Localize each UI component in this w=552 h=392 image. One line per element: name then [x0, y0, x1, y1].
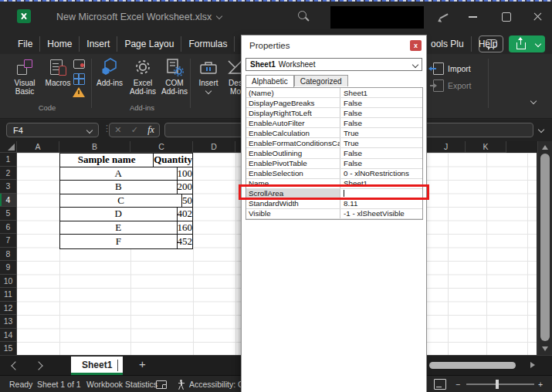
maximize-button[interactable] — [489, 0, 523, 34]
ribbon-tab[interactable]: Home — [39, 36, 79, 52]
row-header[interactable]: 13 — [0, 315, 17, 329]
quantity-cell[interactable]: 160 — [178, 221, 193, 235]
property-value[interactable]: False — [340, 118, 422, 127]
quantity-cell[interactable]: 50 — [182, 194, 192, 208]
quantity-cell[interactable]: 100 — [178, 167, 193, 181]
relative-references-button[interactable] — [73, 72, 88, 86]
property-value[interactable]: False — [340, 98, 422, 107]
property-row[interactable]: EnableAutoFilter False — [246, 118, 422, 128]
row-header[interactable]: 5 — [0, 207, 17, 221]
ribbon-tab[interactable]: ools Plu — [424, 36, 471, 52]
column-header[interactable]: D — [193, 141, 235, 153]
scroll-up-icon[interactable] — [542, 145, 548, 150]
property-row[interactable]: StandardWidth 8.11 — [246, 199, 422, 209]
ribbon-tab[interactable]: Page Layou — [117, 36, 181, 52]
sample-name-cell[interactable]: E — [60, 221, 178, 235]
property-row[interactable]: DisplayPageBreaks False — [246, 98, 422, 108]
insert-function-icon[interactable]: fx — [147, 124, 154, 136]
scroll-down-icon[interactable] — [542, 346, 548, 351]
collapse-ribbon-icon[interactable] — [530, 98, 537, 104]
export-button[interactable]: Export — [431, 79, 471, 92]
ribbon-tab[interactable]: Formulas — [181, 36, 234, 52]
macros-button[interactable]: Macros — [43, 57, 73, 87]
minimize-button[interactable] — [455, 0, 489, 34]
sample-name-cell[interactable]: B — [60, 181, 178, 194]
row-header[interactable]: 10 — [0, 275, 17, 289]
quantity-cell[interactable]: 402 — [178, 208, 193, 221]
import-button[interactable]: Import — [431, 62, 471, 75]
name-box[interactable]: F4 — [6, 123, 99, 137]
sheet-tab-active[interactable]: Sheet1 — [71, 357, 123, 375]
record-macro-button[interactable] — [73, 58, 88, 72]
display-settings-button[interactable] — [156, 376, 167, 392]
row-header[interactable]: 4 — [0, 194, 17, 208]
row-header[interactable]: 2 — [0, 167, 17, 181]
next-sheet-icon[interactable] — [34, 361, 42, 370]
property-value[interactable]: True — [340, 138, 422, 147]
enter-icon[interactable]: ✓ — [131, 125, 138, 135]
column-header[interactable]: B — [59, 141, 130, 153]
share-button[interactable] — [509, 35, 545, 52]
scroll-right-icon[interactable] — [530, 362, 535, 368]
zoom-slider-thumb[interactable] — [496, 380, 499, 389]
zoom-slider-track[interactable] — [466, 384, 534, 385]
cancel-icon[interactable]: ✕ — [114, 125, 121, 135]
row-header[interactable]: 6 — [0, 221, 17, 235]
close-button[interactable] — [523, 0, 552, 34]
property-value[interactable]: False — [340, 159, 422, 168]
tab-alphabetic[interactable]: Alphabetic — [246, 75, 294, 87]
column-header[interactable]: J — [427, 141, 466, 153]
vertical-scrollbar[interactable] — [537, 141, 552, 355]
row-header[interactable]: 3 — [0, 180, 17, 194]
row-header[interactable]: 9 — [0, 261, 17, 275]
add-ins-button[interactable]: Add-ins — [96, 57, 124, 87]
property-row[interactable]: EnablePivotTable False — [246, 159, 422, 169]
property-value[interactable]: Sheet1 — [340, 88, 422, 97]
row-header[interactable]: 14 — [0, 329, 17, 343]
excel-add-ins-button[interactable]: Excel Add-ins — [125, 57, 161, 96]
row-header[interactable]: 12 — [0, 302, 17, 316]
sample-name-cell[interactable]: C — [60, 194, 182, 208]
property-value[interactable]: -1 - xlSheetVisible — [340, 209, 422, 218]
vertical-scroll-thumb[interactable] — [540, 154, 550, 341]
column-header[interactable]: K — [466, 141, 506, 153]
property-value[interactable]: 0 - xlNoRestrictions — [340, 169, 422, 178]
sample-name-cell[interactable]: A — [60, 167, 178, 181]
property-row[interactable]: EnableFormatConditionsCalculation True — [246, 138, 422, 148]
previous-sheet-icon[interactable] — [11, 361, 19, 370]
page-layout-view-button[interactable] — [434, 376, 446, 392]
properties-title-bar[interactable]: Properties x — [242, 35, 426, 56]
property-row[interactable]: EnableOutlining False — [246, 148, 422, 158]
property-value[interactable]: False — [340, 148, 422, 157]
zoom-in-button[interactable]: + — [538, 376, 543, 392]
ribbon-tab[interactable]: Insert — [79, 36, 117, 52]
property-row[interactable]: EnableCalculation True — [246, 128, 422, 138]
workbook-statistics-button[interactable]: Workbook Statistics — [86, 376, 157, 392]
property-row[interactable]: EnableSelection 0 - xlNoRestrictions — [246, 169, 422, 179]
expand-formula-bar-icon[interactable] — [538, 127, 544, 133]
property-row[interactable]: DisplayRightToLeft False — [246, 108, 422, 118]
quantity-cell[interactable]: 200 — [178, 181, 193, 194]
cell-c1[interactable]: Quantity — [154, 154, 192, 167]
new-sheet-button[interactable]: + — [139, 357, 146, 370]
excel-logo-icon[interactable] — [17, 9, 31, 23]
visual-basic-button[interactable]: Visual Basic — [6, 57, 43, 96]
property-value[interactable]: False — [340, 108, 422, 117]
column-header[interactable]: A — [17, 141, 59, 153]
object-dropdown[interactable]: Sheet1 Worksheet — [246, 58, 422, 71]
title-dropdown-icon[interactable] — [216, 13, 222, 19]
row-header[interactable]: 15 — [0, 342, 17, 355]
row-header[interactable]: 1 — [0, 153, 17, 167]
tab-categorized[interactable]: Categorized — [294, 75, 348, 86]
pen-icon[interactable] — [438, 12, 450, 22]
sample-name-cell[interactable]: F — [60, 235, 178, 248]
search-icon[interactable] — [298, 11, 310, 23]
cell-b1[interactable]: Sample name — [60, 154, 154, 167]
property-value[interactable]: True — [340, 128, 422, 137]
row-header[interactable]: 7 — [0, 234, 17, 248]
row-header[interactable]: 8 — [0, 248, 17, 262]
property-row[interactable]: (Name) Sheet1 — [246, 88, 422, 98]
comments-button[interactable] — [479, 35, 503, 52]
zoom-out-button[interactable]: − — [455, 376, 460, 392]
select-all-button[interactable] — [0, 141, 17, 153]
